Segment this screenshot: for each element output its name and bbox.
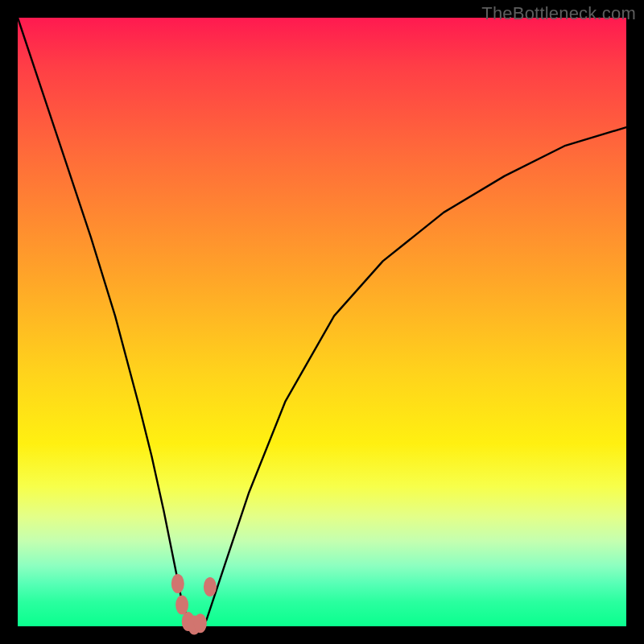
chart-svg (18, 18, 626, 626)
marker-left-2 (175, 596, 188, 615)
marker-right-1 (204, 577, 217, 597)
bottleneck-curve (18, 18, 626, 626)
plot-area (18, 18, 626, 626)
chart-frame: TheBottleneck.com (0, 0, 644, 644)
marker-bottom-3 (194, 613, 207, 633)
marker-left-1 (171, 574, 184, 593)
attribution-text: TheBottleneck.com (481, 3, 636, 24)
curve-markers (171, 574, 217, 634)
